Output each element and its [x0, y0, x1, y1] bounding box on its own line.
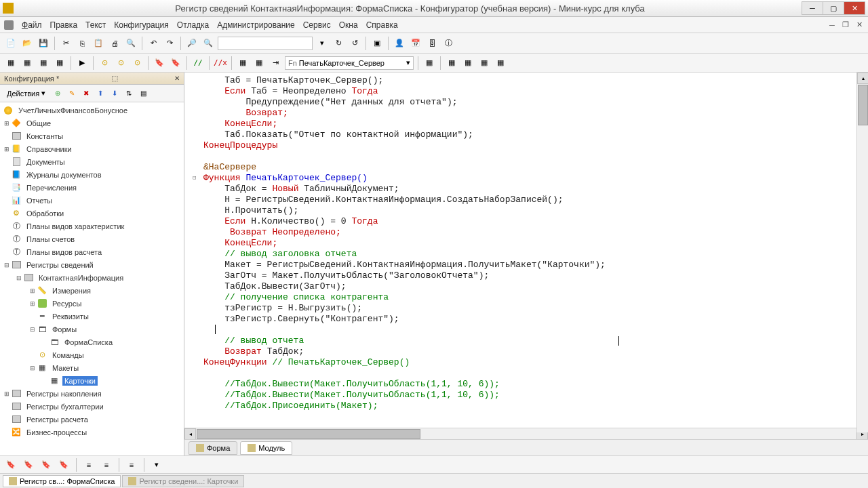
tab-module[interactable]: Модуль: [240, 441, 292, 455]
close-button[interactable]: ✕: [844, 1, 865, 15]
step2-icon[interactable]: ⊙: [114, 56, 127, 70]
scroll-left-icon[interactable]: ◂: [184, 428, 196, 440]
fold-icon[interactable]: ⊟: [193, 173, 196, 184]
scroll-thumb-h[interactable]: [197, 429, 420, 439]
tree-item[interactable]: ⓉПланы видов характеристик: [0, 220, 184, 232]
scroll-thumb[interactable]: [858, 85, 868, 125]
sort-icon[interactable]: ⇅: [123, 87, 135, 100]
refresh-icon[interactable]: ↻: [332, 37, 345, 50]
inner-close-icon[interactable]: ✕: [854, 20, 864, 30]
tree-item[interactable]: ⓉПланы счетов: [0, 232, 184, 245]
calendar-icon[interactable]: 📅: [409, 37, 422, 50]
tree-item[interactable]: Регистры бухгалтерии: [0, 400, 184, 413]
tree-item[interactable]: ⊟▦Макеты: [0, 361, 184, 374]
step3-icon[interactable]: ⊙: [130, 56, 144, 70]
tool-h-icon[interactable]: ▦: [445, 56, 458, 70]
tree-item[interactable]: 📑Перечисления: [0, 181, 184, 194]
doctab-kartochki[interactable]: Регистр сведени...: Карточки: [122, 475, 244, 487]
tool-d-icon[interactable]: ▦: [53, 56, 66, 70]
tree-item[interactable]: ⊟🗔Формы: [0, 323, 184, 336]
db-icon[interactable]: 🗄: [425, 37, 439, 50]
add-icon[interactable]: ⊕: [52, 87, 64, 100]
new-icon[interactable]: 📄: [4, 37, 18, 50]
tree-item[interactable]: 📊Отчеты: [0, 194, 184, 207]
tool-b-icon[interactable]: ▦: [20, 56, 34, 70]
vertical-scrollbar[interactable]: ▴: [856, 73, 868, 432]
pin-icon[interactable]: ⬚: [111, 74, 118, 83]
paste-icon[interactable]: 📋: [92, 37, 105, 50]
zoom-icon[interactable]: 🔍: [201, 37, 215, 50]
menu-icon[interactable]: [4, 20, 14, 30]
cut-icon[interactable]: ✂: [59, 37, 73, 50]
doctab-forma-spiska[interactable]: Регистр св...: ФормаСписка: [3, 475, 121, 487]
outdent-icon[interactable]: ≡: [100, 458, 113, 472]
search-dropdown-icon[interactable]: ▾: [315, 37, 329, 50]
scroll-up-icon[interactable]: ▴: [857, 73, 868, 84]
step-icon[interactable]: ⊙: [98, 56, 111, 70]
inner-minimize-icon[interactable]: ─: [827, 20, 837, 30]
horizontal-scrollbar[interactable]: ◂ ▸: [184, 428, 868, 439]
bookmark-toggle-icon[interactable]: 🔖: [4, 458, 18, 472]
redo-icon[interactable]: ↷: [163, 37, 176, 50]
tree-item[interactable]: ⚙Обработки: [0, 207, 184, 220]
menu-admin[interactable]: Администрирование: [217, 20, 294, 30]
refresh2-icon[interactable]: ↺: [348, 37, 361, 50]
tree-item[interactable]: ⊙Команды: [0, 348, 184, 361]
tree-item[interactable]: ⊞📏Измерения: [0, 284, 184, 297]
config-tree[interactable]: УчетЛичныхФинансовБонусное ⊞🔶Общие Конст…: [0, 102, 184, 455]
help-icon[interactable]: ⓘ: [441, 37, 455, 50]
tree-root[interactable]: УчетЛичныхФинансовБонусное: [0, 104, 184, 117]
format-icon[interactable]: ≡: [125, 458, 138, 472]
actions-dropdown[interactable]: Действия▾: [3, 87, 50, 99]
person-icon[interactable]: 👤: [393, 37, 406, 50]
delete-icon[interactable]: ✖: [80, 87, 92, 100]
tree-item[interactable]: Регистры расчета: [0, 413, 184, 426]
procedure-dropdown[interactable]: Fn ПечатьКарточек_Сервер ▾: [285, 56, 414, 70]
tree-item[interactable]: ⊟Регистры сведений: [0, 258, 184, 271]
bookmark-icon[interactable]: 🔖: [153, 56, 166, 70]
copy-icon[interactable]: ⎘: [75, 37, 89, 50]
tool-i-icon[interactable]: ▦: [461, 56, 475, 70]
tab-forma[interactable]: Форма: [189, 441, 237, 455]
open-icon[interactable]: 📂: [20, 37, 34, 50]
tool-f-icon[interactable]: ▦: [252, 56, 266, 70]
menu-debug[interactable]: Отладка: [177, 20, 209, 30]
goto-icon[interactable]: ⇥: [269, 56, 282, 70]
run-icon[interactable]: ▶: [75, 56, 89, 70]
tree-item[interactable]: Константы: [0, 129, 184, 142]
tool-j-icon[interactable]: ▦: [477, 56, 491, 70]
code-editor[interactable]: Таб = ПечатьКарточек_Сервер(); Если Таб …: [184, 73, 868, 428]
tree-item[interactable]: ━Реквизиты: [0, 310, 184, 323]
bookmark-clear-icon[interactable]: 🔖: [57, 458, 71, 472]
menu-config[interactable]: Конфигурация: [114, 20, 169, 30]
save-icon[interactable]: 💾: [37, 37, 50, 50]
tree-item[interactable]: ⓉПланы видов расчета: [0, 245, 184, 258]
comment-icon[interactable]: //: [191, 56, 205, 70]
tool-k-icon[interactable]: ▦: [494, 56, 507, 70]
tree-item[interactable]: 🔀Бизнес-процессы: [0, 426, 184, 439]
uncomment-icon[interactable]: //x: [214, 56, 227, 70]
window-icon[interactable]: ▣: [370, 37, 384, 50]
menu-text[interactable]: Текст: [85, 20, 106, 30]
bookmark-prev-icon[interactable]: 🔖: [39, 458, 53, 472]
tree-item[interactable]: 📘Журналы документов: [0, 168, 184, 181]
maximize-button[interactable]: ▢: [823, 1, 844, 15]
menu-file[interactable]: Файл: [22, 20, 42, 30]
inner-restore-icon[interactable]: ❐: [841, 20, 850, 30]
bookmark-next-icon[interactable]: 🔖: [22, 458, 35, 472]
undo-icon[interactable]: ↶: [146, 37, 160, 50]
down-icon[interactable]: ⬇: [108, 87, 121, 100]
up-icon[interactable]: ⬆: [94, 87, 106, 100]
minimize-button[interactable]: ─: [802, 1, 823, 15]
edit-icon[interactable]: ✎: [66, 87, 78, 100]
filter-icon[interactable]: ▤: [137, 87, 149, 100]
search-input[interactable]: [218, 37, 313, 50]
tree-item[interactable]: ⊞📒Справочники: [0, 142, 184, 155]
indent-icon[interactable]: ≡: [82, 458, 96, 472]
find-icon[interactable]: 🔎: [185, 37, 199, 50]
tool-e-icon[interactable]: ▦: [236, 56, 250, 70]
preview-icon[interactable]: 🔍: [124, 37, 138, 50]
tool-g-icon[interactable]: ▦: [422, 56, 436, 70]
tool-a-icon[interactable]: ▦: [4, 56, 18, 70]
tree-item[interactable]: ⊞Ресурсы: [0, 297, 184, 310]
